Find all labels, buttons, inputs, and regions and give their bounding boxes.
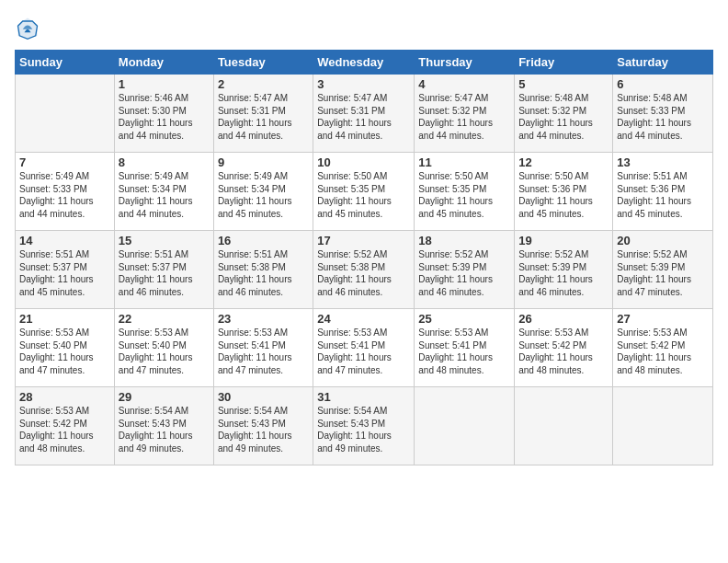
calendar-cell: 6Sunrise: 5:48 AMSunset: 5:33 PMDaylight… [613, 75, 713, 153]
day-info: Sunrise: 5:52 AMSunset: 5:38 PMDaylight:… [317, 248, 410, 298]
calendar-cell: 1Sunrise: 5:46 AMSunset: 5:30 PMDaylight… [114, 75, 213, 153]
day-number: 29 [119, 390, 210, 404]
calendar-cell: 28Sunrise: 5:53 AMSunset: 5:42 PMDayligh… [16, 387, 115, 465]
calendar-container: SundayMondayTuesdayWednesdayThursdayFrid… [0, 0, 728, 563]
calendar-cell: 22Sunrise: 5:53 AMSunset: 5:40 PMDayligh… [114, 309, 213, 387]
calendar-week-row: 7Sunrise: 5:49 AMSunset: 5:33 PMDaylight… [16, 153, 713, 231]
day-number: 21 [19, 312, 110, 326]
calendar-cell: 26Sunrise: 5:53 AMSunset: 5:42 PMDayligh… [515, 309, 613, 387]
calendar-cell [613, 387, 713, 465]
calendar-cell: 14Sunrise: 5:51 AMSunset: 5:37 PMDayligh… [16, 231, 115, 309]
day-info: Sunrise: 5:52 AMSunset: 5:39 PMDaylight:… [418, 248, 510, 298]
calendar-cell [16, 75, 115, 153]
day-number: 14 [19, 234, 110, 247]
calendar-cell: 3Sunrise: 5:47 AMSunset: 5:31 PMDaylight… [313, 75, 415, 153]
day-number: 17 [317, 234, 410, 247]
day-number: 1 [119, 77, 210, 91]
calendar-cell: 17Sunrise: 5:52 AMSunset: 5:38 PMDayligh… [313, 231, 415, 309]
calendar-cell: 27Sunrise: 5:53 AMSunset: 5:42 PMDayligh… [613, 309, 713, 387]
calendar-cell: 29Sunrise: 5:54 AMSunset: 5:43 PMDayligh… [114, 387, 213, 465]
day-info: Sunrise: 5:51 AMSunset: 5:36 PMDaylight:… [617, 170, 709, 220]
day-number: 20 [617, 234, 709, 247]
weekday-header: Tuesday [213, 51, 313, 75]
calendar-cell: 23Sunrise: 5:53 AMSunset: 5:41 PMDayligh… [213, 309, 313, 387]
day-number: 15 [119, 234, 210, 247]
day-number: 31 [317, 390, 410, 404]
day-number: 9 [218, 155, 309, 169]
calendar-header-row: SundayMondayTuesdayWednesdayThursdayFrid… [16, 51, 713, 75]
calendar-cell: 7Sunrise: 5:49 AMSunset: 5:33 PMDaylight… [16, 153, 115, 231]
calendar-cell: 24Sunrise: 5:53 AMSunset: 5:41 PMDayligh… [313, 309, 415, 387]
day-number: 13 [617, 155, 709, 169]
day-info: Sunrise: 5:53 AMSunset: 5:41 PMDaylight:… [218, 327, 309, 376]
calendar-cell: 2Sunrise: 5:47 AMSunset: 5:31 PMDaylight… [213, 75, 313, 153]
calendar-cell [415, 387, 515, 465]
weekday-header: Wednesday [313, 51, 415, 75]
calendar-cell: 19Sunrise: 5:52 AMSunset: 5:39 PMDayligh… [515, 231, 613, 309]
calendar-cell: 16Sunrise: 5:51 AMSunset: 5:38 PMDayligh… [213, 231, 313, 309]
day-info: Sunrise: 5:53 AMSunset: 5:42 PMDaylight:… [518, 327, 609, 376]
calendar-cell: 10Sunrise: 5:50 AMSunset: 5:35 PMDayligh… [313, 153, 415, 231]
day-number: 30 [218, 390, 309, 404]
day-info: Sunrise: 5:52 AMSunset: 5:39 PMDaylight:… [617, 248, 709, 298]
day-info: Sunrise: 5:46 AMSunset: 5:30 PMDaylight:… [119, 92, 210, 142]
day-number: 11 [418, 155, 510, 169]
day-number: 22 [119, 312, 210, 326]
day-info: Sunrise: 5:54 AMSunset: 5:43 PMDaylight:… [119, 405, 210, 454]
day-info: Sunrise: 5:47 AMSunset: 5:32 PMDaylight:… [418, 92, 510, 142]
calendar-cell: 13Sunrise: 5:51 AMSunset: 5:36 PMDayligh… [613, 153, 713, 231]
page-header [15, 15, 713, 40]
day-info: Sunrise: 5:51 AMSunset: 5:38 PMDaylight:… [218, 248, 309, 298]
day-info: Sunrise: 5:52 AMSunset: 5:39 PMDaylight:… [518, 248, 609, 298]
day-info: Sunrise: 5:49 AMSunset: 5:33 PMDaylight:… [19, 170, 110, 220]
day-info: Sunrise: 5:50 AMSunset: 5:35 PMDaylight:… [418, 170, 510, 220]
day-number: 26 [518, 312, 609, 326]
day-number: 7 [19, 155, 110, 169]
day-number: 27 [617, 312, 709, 326]
weekday-header: Saturday [613, 51, 713, 75]
day-number: 19 [518, 234, 609, 247]
weekday-header: Thursday [415, 51, 515, 75]
day-info: Sunrise: 5:47 AMSunset: 5:31 PMDaylight:… [317, 92, 410, 142]
calendar-week-row: 21Sunrise: 5:53 AMSunset: 5:40 PMDayligh… [16, 309, 713, 387]
day-number: 16 [218, 234, 309, 247]
day-number: 6 [617, 77, 709, 91]
day-info: Sunrise: 5:47 AMSunset: 5:31 PMDaylight:… [218, 92, 309, 142]
day-number: 24 [317, 312, 410, 326]
weekday-header: Sunday [16, 51, 115, 75]
day-number: 12 [518, 155, 609, 169]
calendar-cell: 21Sunrise: 5:53 AMSunset: 5:40 PMDayligh… [16, 309, 115, 387]
calendar-cell [515, 387, 613, 465]
calendar-week-row: 1Sunrise: 5:46 AMSunset: 5:30 PMDaylight… [16, 75, 713, 153]
day-number: 10 [317, 155, 410, 169]
logo-icon [15, 15, 40, 40]
calendar-cell: 18Sunrise: 5:52 AMSunset: 5:39 PMDayligh… [415, 231, 515, 309]
calendar-cell: 12Sunrise: 5:50 AMSunset: 5:36 PMDayligh… [515, 153, 613, 231]
day-info: Sunrise: 5:50 AMSunset: 5:36 PMDaylight:… [518, 170, 609, 220]
day-info: Sunrise: 5:51 AMSunset: 5:37 PMDaylight:… [19, 248, 110, 298]
weekday-header: Monday [114, 51, 213, 75]
logo [15, 15, 44, 40]
day-number: 28 [19, 390, 110, 404]
day-number: 4 [418, 77, 510, 91]
day-info: Sunrise: 5:53 AMSunset: 5:41 PMDaylight:… [418, 327, 510, 376]
calendar-cell: 31Sunrise: 5:54 AMSunset: 5:43 PMDayligh… [313, 387, 415, 465]
calendar-cell: 30Sunrise: 5:54 AMSunset: 5:43 PMDayligh… [213, 387, 313, 465]
calendar-cell: 4Sunrise: 5:47 AMSunset: 5:32 PMDaylight… [415, 75, 515, 153]
day-info: Sunrise: 5:48 AMSunset: 5:33 PMDaylight:… [617, 92, 709, 142]
day-number: 23 [218, 312, 309, 326]
calendar-cell: 11Sunrise: 5:50 AMSunset: 5:35 PMDayligh… [415, 153, 515, 231]
day-info: Sunrise: 5:53 AMSunset: 5:40 PMDaylight:… [19, 327, 110, 376]
day-info: Sunrise: 5:49 AMSunset: 5:34 PMDaylight:… [218, 170, 309, 220]
day-info: Sunrise: 5:53 AMSunset: 5:41 PMDaylight:… [317, 327, 410, 376]
day-info: Sunrise: 5:51 AMSunset: 5:37 PMDaylight:… [119, 248, 210, 298]
day-info: Sunrise: 5:53 AMSunset: 5:40 PMDaylight:… [119, 327, 210, 376]
calendar-cell: 8Sunrise: 5:49 AMSunset: 5:34 PMDaylight… [114, 153, 213, 231]
day-number: 2 [218, 77, 309, 91]
day-info: Sunrise: 5:54 AMSunset: 5:43 PMDaylight:… [218, 405, 309, 454]
calendar-cell: 25Sunrise: 5:53 AMSunset: 5:41 PMDayligh… [415, 309, 515, 387]
day-info: Sunrise: 5:53 AMSunset: 5:42 PMDaylight:… [617, 327, 709, 376]
day-number: 25 [418, 312, 510, 326]
calendar-cell: 20Sunrise: 5:52 AMSunset: 5:39 PMDayligh… [613, 231, 713, 309]
day-number: 8 [119, 155, 210, 169]
